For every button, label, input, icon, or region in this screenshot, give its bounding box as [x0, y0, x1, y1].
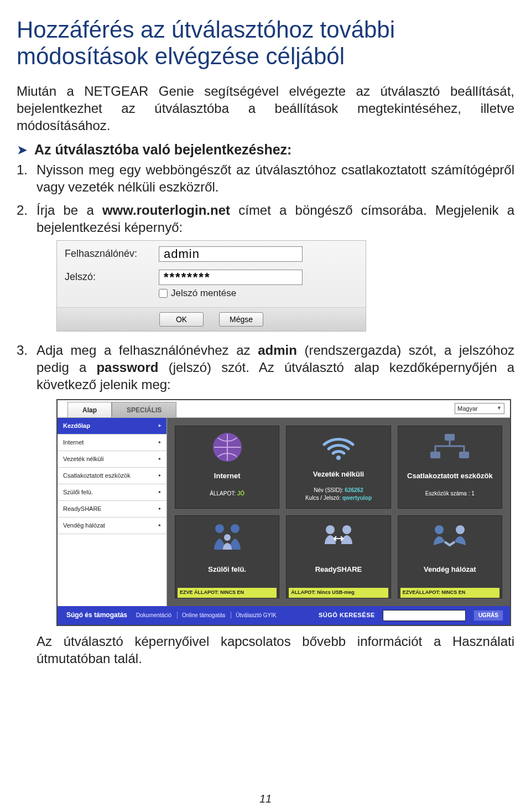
tile-title: Vendég hálózat: [424, 565, 476, 575]
password-word: password: [96, 360, 158, 375]
svg-rect-4: [459, 452, 469, 458]
sidebar: Kezdőlap▸ Internet▸ Vezeték nélküli▸ Csa…: [58, 418, 167, 606]
closing-paragraph: Az útválasztó képernyőivel kapcsolatos b…: [37, 633, 514, 667]
key-value: qwertyuiop: [342, 495, 372, 501]
step-2-text-a: Írja be a: [37, 203, 102, 218]
ok-button[interactable]: OK: [159, 312, 204, 327]
tile-title: ReadySHARE: [315, 565, 362, 575]
bullet-line: ➤ Az útválasztóba való bejelentkezéshez:: [17, 142, 514, 158]
footer-search-input[interactable]: [383, 610, 466, 621]
svg-point-11: [456, 525, 465, 534]
footer-link-online[interactable]: Online támogatás: [177, 612, 225, 619]
tile-attached[interactable]: Csatlakoztatott eszközök Eszközök száma …: [398, 426, 502, 509]
sidebar-item-attached[interactable]: Csatlakoztatott eszközök▸: [58, 468, 166, 484]
chevron-right-icon: ▸: [159, 473, 161, 478]
arrow-icon: ➤: [17, 143, 28, 157]
tile-statusbar: ÁLLAPOT: Nincs USB-meg: [289, 588, 388, 598]
sidebar-item-guest[interactable]: Vendég hálózat▸: [58, 518, 166, 534]
svg-point-8: [326, 525, 335, 534]
admin-word: admin: [258, 343, 297, 358]
tab-basic[interactable]: Alap: [67, 402, 112, 417]
svg-point-7: [224, 534, 231, 541]
intro-paragraph: Miután a NETGEAR Genie segítségével elvé…: [17, 82, 514, 135]
sidebar-item-home[interactable]: Kezdőlap▸: [58, 418, 166, 435]
language-select[interactable]: Magyar ▼: [455, 403, 504, 414]
tab-advanced[interactable]: SPECIÁLIS: [112, 402, 176, 417]
tile-wireless[interactable]: Vezeték nélküli Név (SSID): 626262 Kulcs…: [286, 426, 391, 509]
count-label: Eszközök száma :: [425, 490, 470, 496]
svg-point-6: [231, 524, 240, 533]
sidebar-item-label: Internet: [63, 438, 84, 446]
step-3: Adja meg a felhasználónévhez az admin (r…: [17, 342, 514, 667]
password-input[interactable]: [159, 270, 303, 285]
key-label: Kulcs / Jelszó:: [305, 495, 341, 501]
sidebar-item-parental[interactable]: Szülői felü.▸: [58, 484, 166, 501]
status-value: JÓ: [237, 490, 244, 496]
sidebar-item-internet[interactable]: Internet▸: [58, 435, 166, 451]
ssid-value: 626262: [345, 487, 363, 493]
tiles-grid: Internet ÁLLAPOT: JÓ Vezeték nélküli: [167, 418, 510, 606]
svg-point-1: [336, 456, 341, 460]
sidebar-item-label: Vezeték nélküli: [63, 455, 103, 463]
share-icon: [319, 519, 358, 555]
chevron-right-icon: ▸: [159, 489, 161, 495]
sidebar-item-label: Szülői felü.: [63, 488, 93, 496]
footer-support-label: Súgó és támogatás: [66, 611, 127, 620]
footer-link-faq[interactable]: Útválasztó GYIK: [231, 612, 276, 619]
login-dialog: Felhasználónév: Jelszó: Jelszó mentése O…: [56, 240, 366, 332]
genie-screenshot: Alap SPECIÁLIS Magyar ▼ Kezdőlap▸ Intern…: [56, 399, 511, 626]
genie-topbar: Alap SPECIÁLIS Magyar ▼: [58, 400, 510, 418]
footer-link-docs[interactable]: Dokumentáció: [133, 612, 171, 619]
globe-icon: [211, 430, 243, 465]
svg-point-9: [342, 525, 351, 534]
status-label: ÁLLAPOT:: [210, 490, 236, 496]
tile-readyshare[interactable]: ReadySHARE ÁLLAPOT: Nincs USB-meg: [286, 515, 391, 598]
tile-title: Szülői felü.: [208, 565, 246, 575]
svg-point-10: [435, 525, 444, 534]
save-password-checkbox[interactable]: [159, 289, 168, 298]
save-password-label: Jelszó mentése: [171, 287, 236, 299]
sidebar-item-label: Vendég hálózat: [63, 521, 105, 529]
cancel-button[interactable]: Mégse: [219, 312, 263, 327]
wifi-icon: [321, 430, 356, 465]
username-label: Felhasználónév:: [65, 247, 159, 260]
svg-rect-2: [445, 434, 455, 441]
chevron-right-icon: ▸: [159, 506, 161, 511]
footer-go-button[interactable]: UGRÁS: [473, 610, 503, 621]
svg-rect-3: [430, 452, 440, 458]
username-input[interactable]: [159, 246, 303, 262]
tile-title: Csatlakoztatott eszközök: [407, 472, 493, 481]
handshake-icon: [429, 519, 470, 555]
sidebar-item-label: ReadySHARE: [63, 505, 102, 513]
tile-parental[interactable]: Szülői felü. EZVE ÁLLAPOT: NINCS EN: [175, 515, 279, 598]
step-1: Nyisson meg egy webböngészőt az útválasz…: [17, 161, 514, 195]
step-3-text-a: Adja meg a felhasználónévhez az: [37, 343, 258, 358]
page-number: 11: [0, 793, 531, 805]
svg-point-5: [215, 524, 224, 533]
count-value: 1: [471, 490, 475, 496]
sidebar-item-readyshare[interactable]: ReadySHARE▸: [58, 501, 166, 518]
language-value: Magyar: [457, 405, 478, 412]
tile-statusbar: EZVE ÁLLAPOT: NINCS EN: [178, 588, 277, 598]
tile-statusbar: EZVEÁLLAPOT: NINCS EN: [400, 588, 499, 598]
password-label: Jelszó:: [65, 271, 159, 283]
chevron-right-icon: ▸: [159, 423, 161, 428]
routerlogin-url: www.routerlogin.net: [102, 203, 230, 218]
chevron-right-icon: ▸: [159, 439, 161, 445]
bullet-text: Az útválasztóba való bejelentkezéshez:: [34, 142, 291, 158]
family-icon: [210, 519, 245, 555]
step-2: Írja be a www.routerlogin.net címet a bö…: [17, 201, 514, 332]
chevron-right-icon: ▸: [159, 456, 161, 462]
devices-icon: [428, 430, 471, 465]
sidebar-item-label: Kezdőlap: [63, 422, 90, 430]
footer-search-hint: SÚGÓ KERESÉSE: [319, 611, 375, 619]
chevron-down-icon: ▼: [497, 405, 502, 412]
chevron-right-icon: ▸: [159, 523, 161, 528]
sidebar-item-wireless[interactable]: Vezeték nélküli▸: [58, 451, 166, 468]
tile-title: Vezeték nélküli: [313, 470, 365, 479]
tile-guest[interactable]: Vendég hálózat EZVEÁLLAPOT: NINCS EN: [398, 515, 502, 598]
tile-internet[interactable]: Internet ÁLLAPOT: JÓ: [175, 426, 279, 509]
tile-title: Internet: [214, 472, 241, 481]
ssid-label: Név (SSID):: [314, 487, 343, 493]
page-title: Hozzáférés az útválasztóhoz további módo…: [17, 17, 514, 70]
